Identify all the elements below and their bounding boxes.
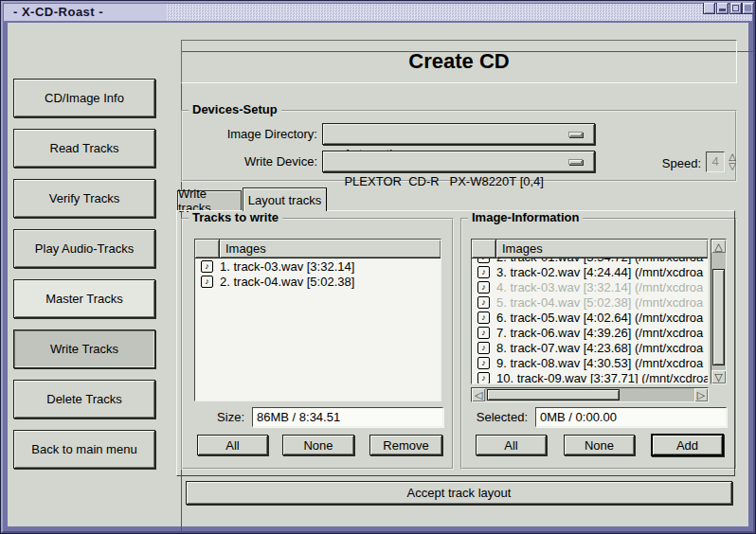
image-directory-label: Image Directory: xyxy=(185,123,317,145)
iconify-button[interactable] xyxy=(716,2,729,14)
accept-track-layout-button[interactable]: Accept track layout xyxy=(186,481,732,505)
shade-button[interactable] xyxy=(703,2,715,14)
sidebar-button-delete-tracks[interactable]: Delete Tracks xyxy=(13,380,155,418)
speed-spinner[interactable]: 4 xyxy=(706,151,725,172)
stipple-icon xyxy=(745,5,751,11)
option-menu-indicator-icon xyxy=(568,159,583,165)
sidebar-button-play-audio-tracks[interactable]: Play Audio-Tracks xyxy=(13,229,155,268)
sidebar-button-write-tracks[interactable]: Write Tracks xyxy=(13,329,155,368)
option-menu-indicator-icon xyxy=(568,132,583,137)
window-content: CD/Image InfoRead TracksVerify TracksPla… xyxy=(8,23,748,526)
sidebar-button-back-to-main-menu[interactable]: Back to main menu xyxy=(13,430,155,469)
sidebar-button-cd-image-info[interactable]: CD/Image Info xyxy=(13,79,155,117)
iconify-icon xyxy=(719,9,726,11)
maximize-icon xyxy=(732,5,739,11)
maximize-button[interactable] xyxy=(729,2,742,14)
tracks-to-write-legend: Tracks to write xyxy=(189,211,282,223)
notebook-page xyxy=(176,210,735,476)
devices-setup-legend: Devices-Setup xyxy=(189,103,281,116)
image-directory-dropdown[interactable]: Automatic xyxy=(322,123,595,145)
window-title: - X-CD-Roast - xyxy=(4,4,167,21)
sidebar-button-read-tracks[interactable]: Read Tracks xyxy=(13,129,155,168)
page-title: Create CD xyxy=(181,40,737,83)
sidebar-button-verify-tracks[interactable]: Verify Tracks xyxy=(13,179,155,218)
title-bar[interactable]: - X-CD-Roast - xyxy=(4,4,752,21)
speed-spinner-arrows[interactable]: △ ▽ xyxy=(726,151,739,172)
menu-button[interactable] xyxy=(742,2,754,14)
write-device-label: Write Device: xyxy=(185,151,317,172)
image-information-legend: Image-Information xyxy=(468,211,583,223)
write-device-dropdown[interactable]: PLEXTOR CD-R PX-W8220T [0,4] xyxy=(322,151,595,172)
sidebar-button-master-tracks[interactable]: Master Tracks xyxy=(13,279,155,318)
write-device-value: PLEXTOR CD-R PX-W8220T [0,4] xyxy=(344,174,543,188)
xcdroast-window: { "window": { "title": "- X-CD-Roast -",… xyxy=(0,0,756,534)
tab-layout-tracks[interactable]: Layout tracks xyxy=(243,187,327,211)
tab-write-tracks[interactable]: Write tracks xyxy=(177,190,242,210)
spin-down-icon[interactable]: ▽ xyxy=(729,162,736,171)
speed-label: Speed: xyxy=(652,152,701,174)
